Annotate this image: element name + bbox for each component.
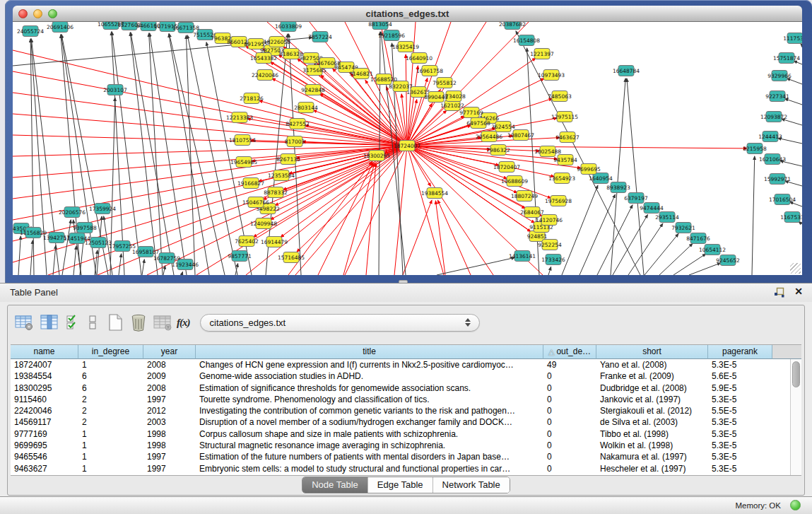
window-titlebar[interactable]: citations_edges.txt xyxy=(13,6,802,22)
column-header-pagerank[interactable]: pagerank xyxy=(708,345,772,359)
column-header-title[interactable]: title xyxy=(196,345,543,359)
table-row[interactable]: 1830029562008Estimation of significance … xyxy=(11,382,790,394)
graph-node-label: 20564486 xyxy=(476,134,502,140)
graph-node-label: 2803144 xyxy=(294,105,318,111)
column-header-year[interactable]: year xyxy=(143,345,196,359)
cell-year: 2003 xyxy=(143,416,196,428)
graph-node-label: 3624554 xyxy=(491,124,515,130)
table-row[interactable]: 977716911998Corpus callosum shape and si… xyxy=(11,428,790,440)
table-row[interactable]: 911546021997Tourette syndrome. Phenomeno… xyxy=(11,394,790,405)
cell-year: 1997 xyxy=(143,394,196,405)
cell-short: Franke et al. (2009) xyxy=(596,370,708,382)
row-checks-button[interactable] xyxy=(66,313,80,332)
table-row[interactable]: 2242004622012Investigating the contribut… xyxy=(11,405,790,416)
graph-node-label: 8990443 xyxy=(424,94,448,100)
table-row[interactable]: 1456911722003Disruption of a novel membe… xyxy=(11,416,790,428)
cell-in_degree: 6 xyxy=(78,370,143,382)
graph-node-label: 10688609 xyxy=(501,178,528,185)
table-scrollbar[interactable] xyxy=(790,359,801,475)
tab-node-table[interactable]: Node Table xyxy=(302,477,367,493)
cell-short: Dudbridge et al. (2008) xyxy=(596,382,708,394)
graph-node-label: 7625402 xyxy=(235,238,259,245)
row-boxes-button[interactable] xyxy=(88,313,97,332)
table-mode-button[interactable] xyxy=(15,313,34,332)
graph-node-label: 2935114 xyxy=(655,214,679,221)
graph-node-label: 6497568 xyxy=(466,120,490,127)
cell-year: 1998 xyxy=(143,440,196,451)
graph-node-label: 19756928 xyxy=(545,198,572,204)
cell-in_degree: 1 xyxy=(78,359,143,370)
table-row[interactable]: 969969511998Structural magnetic resonanc… xyxy=(11,440,790,451)
graph-node-label: 9329966 xyxy=(767,73,792,79)
cell-short: de Silva et al. (2003) xyxy=(596,416,708,428)
graph-node-label: 18724007 xyxy=(394,143,420,149)
graph-node-label: 7932621 xyxy=(671,225,695,231)
graph-node-label: 1244413 xyxy=(758,134,782,140)
column-header-short[interactable]: short xyxy=(596,345,708,359)
cell-name: 19384554 xyxy=(11,370,78,382)
new-document-button[interactable] xyxy=(107,313,124,332)
table-body: 1872400712008Changes of HCN gene express… xyxy=(11,359,790,475)
graph-node-label: 13654923 xyxy=(548,175,575,182)
table-row[interactable]: 946554611997Estimation of the future num… xyxy=(11,451,790,462)
citation-network-graph[interactable]: 7462668170039248511117534116753312213971… xyxy=(13,22,802,275)
table-row[interactable]: 1872400712008Changes of HCN gene express… xyxy=(11,359,790,370)
graph-node-label: 20691406 xyxy=(47,24,73,30)
graph-node-label: 7485063 xyxy=(548,93,572,100)
graph-node-label: 17957255 xyxy=(109,243,136,250)
column-header-name[interactable]: name xyxy=(11,345,78,359)
graph-node-label: 18325419 xyxy=(392,44,419,50)
delete-table-button[interactable] xyxy=(153,313,172,332)
memory-status-indicator xyxy=(790,500,801,510)
table-selector-dropdown[interactable]: citations_edges.txt xyxy=(200,314,480,332)
cell-year: 2008 xyxy=(143,382,196,394)
graph-node-label: 7857224 xyxy=(308,34,332,40)
graph-node-label: 10807467 xyxy=(507,132,534,139)
graph-node-label: 15751874 xyxy=(773,55,800,62)
table-scrollbar-thumb[interactable] xyxy=(792,361,800,387)
table-panel: Table Panel ✕ xyxy=(0,283,812,514)
column-header-in_degree[interactable]: in_degree xyxy=(78,345,143,359)
graph-node-label: 12353584 xyxy=(268,173,295,179)
cell-title: Disruption of a novel member of a sodium… xyxy=(196,416,543,428)
cell-short: Nakamura et al. (1997) xyxy=(596,451,708,462)
graph-node-label: 7955812 xyxy=(433,80,457,86)
tab-edge-table[interactable]: Edge Table xyxy=(367,477,433,493)
cell-name: 9699695 xyxy=(11,440,78,451)
graph-node-label: 17359924 xyxy=(89,206,116,212)
graph-node-label: 16033809 xyxy=(275,23,302,30)
close-panel-icon[interactable]: ✕ xyxy=(794,286,803,297)
cell-short: Jankovic et al. (1997) xyxy=(596,394,708,405)
table-row[interactable]: 1938455462009Genome-wide association stu… xyxy=(11,370,790,382)
graph-node-label: 16961758 xyxy=(416,68,443,74)
cell-title: Changes of HCN gene expression and I(f) … xyxy=(196,359,543,370)
canvas-resize-grip-icon[interactable] xyxy=(790,263,801,274)
graph-node-label: 9474444 xyxy=(640,205,664,211)
graph-node-label: 9242848 xyxy=(301,87,325,93)
float-panel-icon[interactable] xyxy=(774,287,785,298)
cell-pagerank: 5.6E-5 xyxy=(708,370,772,382)
table-row[interactable]: 946362711997Embryonic stem cells: a mode… xyxy=(11,463,790,474)
column-header-out_de[interactable]: △out_de… xyxy=(543,345,596,359)
cell-short: Hescheler et al. (1997) xyxy=(596,463,708,474)
cell-name: 9115460 xyxy=(11,394,78,405)
show-columns-button[interactable] xyxy=(40,313,59,332)
function-builder-button[interactable]: f(x) xyxy=(177,313,190,332)
cell-title: Corpus callosum shape and size in male p… xyxy=(196,428,543,440)
graph-node-label: 8471676 xyxy=(686,235,710,242)
network-window: citations_edges.txt 74626681700392485111… xyxy=(5,0,812,283)
cell-out_de: 0 xyxy=(543,382,596,394)
table-header-row: namein_degreeyeartitle△out_de…shortpager… xyxy=(11,345,801,359)
graph-node-label: 17016504 xyxy=(769,197,796,203)
graph-node-label: 2684067 xyxy=(520,209,544,216)
cell-pagerank: 5.5E-5 xyxy=(708,405,772,416)
network-canvas[interactable]: 7462668170039248511117534116753312213971… xyxy=(13,22,802,275)
table-toolbar: f(x) citations_edges.txt xyxy=(15,312,480,333)
cell-year: 1998 xyxy=(143,428,196,440)
graph-node-label: 12213383 xyxy=(226,115,253,121)
delete-button[interactable] xyxy=(129,313,148,332)
tab-network-table[interactable]: Network Table xyxy=(433,477,510,493)
graph-node-label: 1621022 xyxy=(440,103,464,109)
graph-node-label: 18300295 xyxy=(363,153,390,159)
graph-node-label: 10655287 xyxy=(98,22,124,28)
